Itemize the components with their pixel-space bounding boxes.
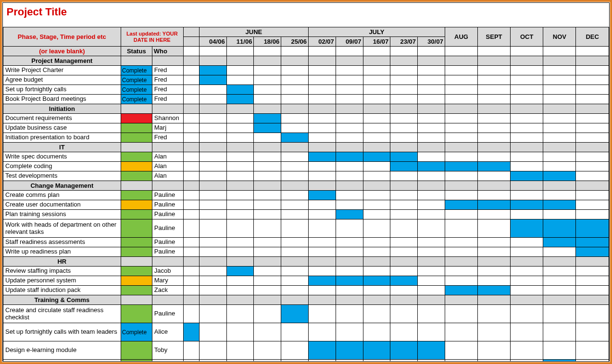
header-row-3: (or leave blank) Status Who (3, 47, 609, 56)
header-week-3: 18/06 (254, 37, 281, 47)
header-who: Who (152, 47, 183, 56)
header-row-1: Phase, Stage, Time period etc Last updat… (3, 27, 609, 37)
document-frame: Project Title Phase, Stage, Time period … (0, 0, 612, 364)
header-week-6: 09/07 (336, 37, 363, 47)
header-month-june: JUNE (199, 27, 308, 37)
task-row[interactable]: Create comms planPauline (3, 191, 609, 200)
task-row[interactable]: Test developmentsAlan (3, 171, 609, 181)
who-cell[interactable]: Fred (152, 66, 183, 75)
task-row[interactable]: Create and circulate staff readiness che… (3, 305, 609, 323)
title-row: Project Title (3, 3, 609, 22)
task-row[interactable]: Agree budgetCompleteFred (3, 75, 609, 85)
header-month-nov: NOV (543, 27, 576, 47)
header-week-9: 30/07 (418, 37, 445, 47)
task-row[interactable]: Carry out face-to-face trainingTrainers … (3, 360, 609, 362)
task-row[interactable]: Work with heads of department on other r… (3, 219, 609, 238)
gantt-table: Project Title Phase, Stage, Time period … (3, 3, 609, 362)
section-cm: Change Management (3, 181, 609, 191)
task-row[interactable]: Write spec documentsAlan (3, 152, 609, 162)
gantt-bar[interactable] (199, 66, 226, 75)
task-row[interactable]: Plan training sessionsPauline (3, 210, 609, 219)
task-row[interactable]: Complete codingAlan (3, 162, 609, 171)
task-row[interactable]: Update staff induction packZack (3, 286, 609, 295)
header-week-4: 25/06 (281, 37, 309, 47)
task-row[interactable]: Set up fortnightly calls with team leade… (3, 323, 609, 341)
task-name[interactable]: Write Project Charter (3, 66, 121, 75)
task-row[interactable]: Review staffing impactsJacob (3, 267, 609, 276)
header-week-8: 23/07 (390, 37, 418, 47)
status-amber[interactable] (121, 162, 152, 171)
task-row[interactable]: Document requirementsShannon (3, 114, 609, 123)
header-month-oct: OCT (511, 27, 543, 47)
header-status: Status (121, 47, 152, 56)
header-week-1: 04/06 (199, 37, 226, 47)
section-it: IT (3, 143, 609, 152)
header-month-sept: SEPT (478, 27, 511, 47)
header-phase: Phase, Stage, Time period etc (3, 27, 121, 47)
task-row[interactable]: Create user documentationPauline (3, 200, 609, 210)
status-red[interactable] (121, 114, 152, 123)
status-green[interactable] (121, 123, 152, 133)
header-week-2: 11/06 (226, 37, 254, 47)
task-row[interactable]: Write Project CharterCompleteFred (3, 66, 609, 75)
section-pm: Project Management (3, 56, 609, 66)
task-row[interactable]: Book Project Board meetingsCompleteFred (3, 95, 609, 104)
header-month-dec: DEC (576, 27, 609, 47)
header-week-5: 02/07 (308, 37, 336, 47)
section-init: Initiation (3, 104, 609, 114)
header-month-july: JULY (308, 27, 445, 37)
header-or-blank: (or leave blank) (3, 47, 121, 56)
header-last-updated: Last updated: YOUR DATE IN HERE (121, 27, 183, 47)
section-tc: Training & Comms (3, 295, 609, 305)
status-cell[interactable]: Complete (121, 66, 152, 75)
task-row[interactable]: Initiation presentation to boardFred (3, 133, 609, 143)
task-row[interactable]: Design e-learning moduleToby (3, 341, 609, 360)
task-row[interactable]: Update personnel systemMary (3, 276, 609, 286)
task-row[interactable]: Write up readiness planPauline (3, 247, 609, 257)
task-row[interactable]: Update business caseMarj (3, 123, 609, 133)
document-inner: Project Title Phase, Stage, Time period … (2, 2, 610, 362)
section-hr: HR (3, 257, 609, 267)
task-row[interactable]: Staff readiness assessmentsPauline (3, 238, 609, 247)
project-title: Project Title (5, 4, 608, 20)
header-month-aug: AUG (445, 27, 477, 47)
header-week-7: 16/07 (363, 37, 390, 47)
task-row[interactable]: Set up fortnightly callsCompleteFred (3, 85, 609, 95)
